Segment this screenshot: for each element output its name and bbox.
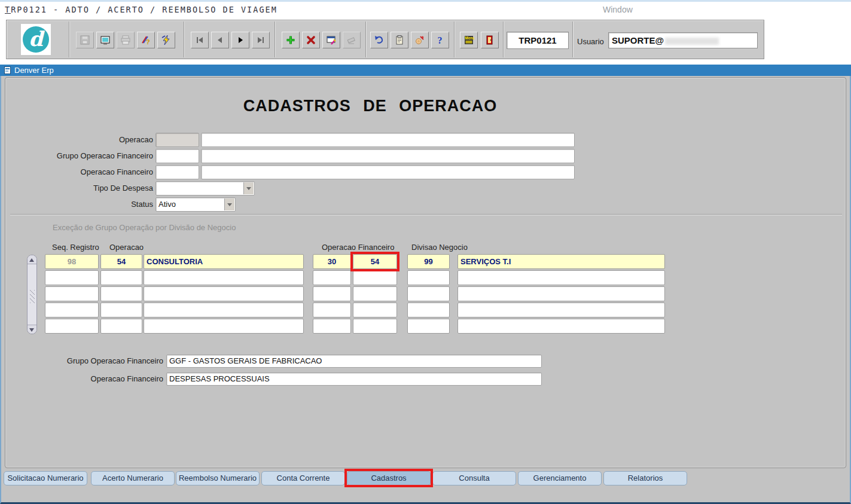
tab-solicitacao-numerario[interactable]: Solicitacao Numerario	[4, 471, 87, 485]
footer-grupo-operacao-financeiro-field[interactable]: GGF - GASTOS GERAIS DE FABRICACAO	[166, 355, 542, 368]
chevron-down-icon[interactable]	[224, 198, 234, 210]
chevron-down-icon[interactable]	[243, 182, 254, 194]
cell-divisao[interactable]: 99	[407, 254, 450, 269]
tipo-de-despesa-select[interactable]	[155, 181, 255, 196]
cell-op-fin-grupo[interactable]	[313, 286, 351, 301]
cell-seq-registro[interactable]	[45, 319, 99, 334]
clear-record-icon	[346, 35, 357, 45]
window-titlebar[interactable]: Denver Erp	[0, 65, 851, 76]
cell-divisao-desc[interactable]	[457, 319, 665, 334]
cell-seq-registro[interactable]	[45, 286, 99, 301]
cell-divisao[interactable]	[407, 303, 450, 317]
cell-seq-registro[interactable]	[45, 303, 99, 317]
scrollbar-thumb[interactable]	[30, 290, 35, 303]
save-button[interactable]	[76, 32, 94, 48]
execute-button[interactable]	[157, 32, 175, 48]
cell-op-fin[interactable]	[353, 319, 397, 334]
toolbar-separator	[572, 22, 573, 57]
cell-operacao[interactable]	[100, 319, 142, 334]
delete-record-button[interactable]	[302, 32, 320, 48]
cell-operacao-desc[interactable]	[144, 270, 304, 285]
cell-op-fin[interactable]	[353, 303, 397, 317]
cell-op-fin-grupo[interactable]	[313, 319, 351, 334]
menu-window[interactable]: Window	[603, 5, 633, 14]
cell-divisao-desc[interactable]	[457, 303, 665, 317]
add-record-button[interactable]	[282, 32, 300, 48]
clear-record-button[interactable]	[343, 32, 361, 48]
tab-acerto-numerario[interactable]: Acerto Numerario	[91, 471, 175, 485]
cell-operacao[interactable]	[100, 303, 142, 317]
tab-relatorios[interactable]: Relatorios	[603, 471, 687, 485]
first-record-button[interactable]	[191, 32, 209, 48]
svg-text:?: ?	[438, 35, 443, 45]
cell-operacao-desc[interactable]	[144, 303, 304, 317]
undo-button[interactable]	[370, 32, 388, 48]
tab-gerenciamento[interactable]: Gerenciamento	[518, 471, 602, 485]
cell-operacao-desc[interactable]: CONSULTORIA	[144, 254, 304, 269]
grupo-operacao-financeiro-code-field[interactable]	[155, 149, 199, 163]
toolbar-separator	[365, 22, 366, 57]
tipo-de-despesa-label: Tipo De Despesa	[5, 181, 153, 196]
tab-reembolso-numerario[interactable]: Reembolso Numerario	[176, 471, 260, 485]
cell-op-fin-grupo[interactable]	[313, 270, 351, 285]
grupo-operacao-financeiro-desc-field[interactable]	[201, 149, 575, 163]
grid-scrollbar[interactable]	[27, 255, 37, 334]
col-header-operacao-financeiro: Operacao Financeiro	[322, 243, 394, 252]
last-record-button[interactable]	[252, 32, 270, 48]
next-record-button[interactable]	[231, 32, 249, 48]
status-select[interactable]: Ativo	[155, 197, 236, 212]
cell-seq-registro[interactable]	[45, 270, 99, 285]
cell-seq-registro[interactable]: 98	[45, 254, 99, 269]
menu-button[interactable]: Menu	[460, 32, 478, 48]
footer-operacao-financeiro-field[interactable]: DESPESAS PROCESSUAIS	[166, 372, 542, 386]
cell-divisao[interactable]	[407, 270, 450, 285]
print-button[interactable]	[117, 32, 135, 48]
operacao-code-field[interactable]	[155, 133, 199, 147]
operacao-financeiro-desc-field[interactable]	[201, 165, 575, 179]
cell-op-fin[interactable]: 54	[353, 254, 397, 269]
section-title: Exceção de Grupo Operação por Divisão de…	[53, 223, 236, 232]
exit-door-icon	[484, 35, 495, 45]
menu-icon: Menu	[463, 35, 474, 45]
col-header-operacao: Operacao	[109, 243, 144, 252]
tab-conta-corrente[interactable]: Conta Corrente	[261, 471, 345, 485]
operacao-label: Operacao	[5, 133, 153, 147]
save-icon	[80, 35, 90, 45]
cell-op-fin-grupo[interactable]: 30	[313, 254, 351, 269]
hand-key-button[interactable]	[411, 32, 429, 48]
edit-record-button[interactable]	[322, 32, 340, 48]
program-code-field[interactable]: TRP0121	[507, 32, 569, 49]
cell-divisao-desc[interactable]: SERVIÇOS T.I	[457, 254, 665, 269]
cell-operacao[interactable]	[100, 270, 142, 285]
menu-program-title[interactable]: TRP0121 - ADTO / ACERTO / REEMBOLSO DE V…	[5, 5, 277, 14]
scroll-down-icon[interactable]	[28, 325, 36, 334]
cell-divisao-desc[interactable]	[457, 270, 665, 285]
cell-divisao-desc[interactable]	[457, 286, 665, 301]
cell-operacao-desc[interactable]	[144, 286, 304, 301]
cell-divisao[interactable]	[407, 286, 450, 301]
query-help-button[interactable]: ?	[137, 32, 155, 48]
cell-operacao[interactable]: 54	[100, 254, 142, 269]
operacao-desc-field[interactable]	[201, 133, 575, 147]
prev-record-button[interactable]	[211, 32, 229, 48]
svg-text:Menu: Menu	[465, 36, 474, 40]
help-button[interactable]: ?	[431, 32, 449, 48]
tab-cadastros[interactable]: Cadastros	[347, 471, 431, 485]
user-field[interactable]: SUPORTE@	[608, 32, 758, 48]
cell-op-fin[interactable]	[353, 286, 397, 301]
cell-op-fin-grupo[interactable]	[313, 303, 351, 317]
footer-grupo-operacao-financeiro-label: Grupo Operacao Financeiro	[5, 355, 163, 368]
cell-operacao-desc[interactable]	[144, 319, 304, 334]
cell-op-fin[interactable]	[353, 270, 397, 285]
cell-operacao[interactable]	[100, 286, 142, 301]
operacao-financeiro-code-field[interactable]	[155, 165, 199, 179]
first-record-icon	[194, 35, 205, 45]
toolbar-separator	[69, 22, 69, 57]
screen-button[interactable]	[96, 32, 114, 48]
operacao-financeiro-label: Operacao Financeiro	[5, 165, 153, 179]
cell-divisao[interactable]	[407, 319, 450, 334]
tab-consulta[interactable]: Consulta	[432, 471, 516, 485]
scroll-up-icon[interactable]	[28, 255, 36, 264]
clipboard-button[interactable]	[391, 32, 408, 48]
exit-button[interactable]	[481, 32, 499, 48]
